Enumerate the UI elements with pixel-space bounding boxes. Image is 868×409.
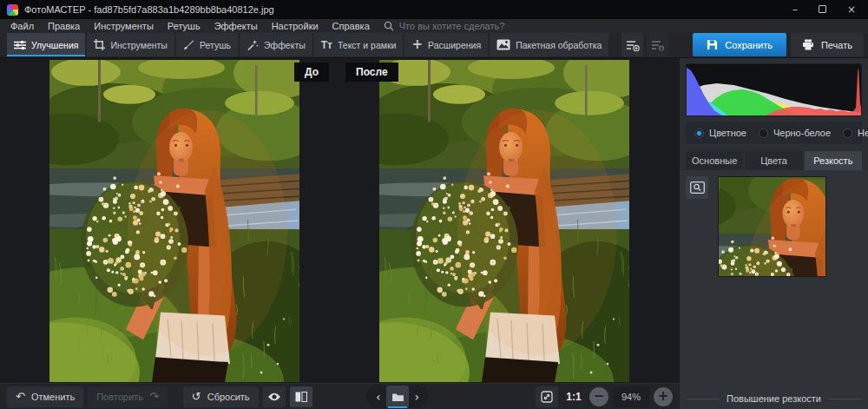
preset-download-icon — [651, 39, 665, 51]
tab-label: Эффекты — [264, 40, 306, 50]
restore-button[interactable] — [819, 4, 826, 15]
zoom-out-button[interactable]: − — [589, 387, 608, 406]
redo-icon: ↷ — [149, 390, 159, 403]
window-title: ФотоМАСТЕР - fad87b5fd7a883a1b4289bb8ba4… — [24, 4, 274, 15]
text-icon: Tт — [321, 39, 332, 51]
print-button[interactable]: Печать — [791, 33, 864, 56]
mode-негатив[interactable]: Негатив — [843, 128, 868, 138]
undo-icon: ↶ — [16, 390, 25, 403]
add-preset-button[interactable] — [621, 33, 643, 56]
save-icon — [707, 39, 718, 50]
photo-stack-icon — [496, 39, 510, 50]
mode-черно-белое[interactable]: Черно-белое — [759, 128, 831, 138]
save-label: Сохранить — [725, 40, 773, 50]
wand-icon — [247, 39, 259, 51]
redo-label: Повторить — [96, 392, 143, 402]
title-bar: ФотоМАСТЕР - fad87b5fd7a883a1b4289bb8ba4… — [0, 0, 868, 19]
save-button[interactable]: Сохранить — [693, 33, 786, 56]
panel-tab-резкость[interactable]: Резкость — [805, 151, 862, 170]
previous-photo-button[interactable]: ‹ — [370, 387, 386, 406]
tab-label: Ретушь — [200, 40, 231, 50]
mode-цветное[interactable]: Цветное — [694, 128, 746, 138]
search-placeholder: Что вы хотите сделать? — [399, 21, 505, 31]
open-folder-button[interactable] — [386, 386, 408, 408]
radio-icon — [694, 129, 704, 138]
menu-настройки[interactable]: Настройки — [265, 19, 326, 33]
preview-zoom-button[interactable] — [686, 176, 708, 199]
menu-ретушь[interactable]: Ретушь — [161, 19, 207, 33]
reset-icon: ↺ — [192, 390, 201, 403]
tab-label: Расширения — [428, 40, 481, 50]
zoom-actual-size-button[interactable]: 1:1 — [562, 386, 585, 407]
after-label: После — [345, 63, 398, 82]
right-panel: ЦветноеЧерно-белоеНегатив ОсновныеЦветаР… — [680, 58, 868, 409]
zoom-level-value: 94% — [613, 386, 649, 407]
before-label: До — [294, 63, 329, 82]
tab-расширения[interactable]: +Расширения — [404, 33, 488, 56]
zoom-in-button[interactable]: + — [654, 387, 673, 406]
tab-label: Инструменты — [110, 40, 167, 50]
plus-icon: + — [411, 38, 423, 51]
color-mode-selector: ЦветноеЧерно-белоеНегатив — [686, 122, 862, 144]
printer-icon — [802, 39, 814, 50]
preset-add-icon — [626, 39, 640, 51]
tab-улучшения[interactable]: Улучшения — [7, 33, 85, 56]
after-photo[interactable] — [379, 60, 629, 382]
tab-ретушь[interactable]: Ретушь — [176, 33, 238, 56]
folder-icon — [391, 393, 404, 402]
menu-bar: ФайлПравкаИнструментыРетушьЭффектыНастро… — [0, 19, 868, 33]
sharpness-panel: Повышение резкостиСила36Радиус17,2Порог9… — [680, 170, 868, 409]
undo-button[interactable]: ↶ Отменить — [7, 386, 83, 407]
print-label: Печать — [821, 40, 852, 50]
mode-label: Черно-белое — [773, 128, 831, 138]
reset-button[interactable]: ↺ Сбросить — [183, 386, 259, 407]
panel-tabs: ОсновныеЦветаРезкость — [686, 151, 862, 170]
histogram-chart — [687, 64, 861, 115]
file-navigator: ‹ › — [366, 386, 429, 408]
quick-search[interactable]: Что вы хотите сделать? — [384, 21, 505, 31]
undo-label: Отменить — [31, 392, 75, 402]
menu-инструменты[interactable]: Инструменты — [87, 19, 161, 33]
menu-справка[interactable]: Справка — [326, 19, 377, 33]
mode-label: Негатив — [858, 128, 868, 138]
redo-button[interactable]: Повторить ↷ — [88, 386, 168, 407]
panel-tab-цвета[interactable]: Цвета — [745, 151, 802, 170]
tab-инструменты[interactable]: Инструменты — [87, 33, 174, 56]
eye-icon — [267, 393, 281, 401]
batch-processing-button[interactable]: Пакетная обработка — [490, 33, 608, 56]
detail-preview-thumbnail[interactable] — [718, 176, 826, 277]
panel-tab-основные[interactable]: Основные — [686, 151, 743, 170]
radio-icon — [843, 129, 852, 138]
radio-icon — [759, 129, 768, 138]
tab-эффекты[interactable]: Эффекты — [240, 33, 312, 56]
brush-icon — [183, 39, 194, 50]
fit-to-screen-button[interactable] — [536, 386, 558, 407]
photomaster-window: ФотоМАСТЕР - fad87b5fd7a883a1b4289bb8ba4… — [0, 0, 868, 409]
before-photo[interactable] — [49, 60, 299, 382]
mode-label: Цветное — [709, 128, 746, 138]
close-button[interactable]: × — [847, 4, 856, 15]
menu-файл[interactable]: Файл — [3, 19, 41, 33]
menu-правка[interactable]: Правка — [41, 19, 87, 33]
menu-эффекты[interactable]: Эффекты — [207, 19, 265, 33]
next-photo-button[interactable]: › — [409, 387, 425, 406]
histogram — [686, 63, 862, 116]
tab-label: Текст и рамки — [338, 40, 397, 50]
section-title: Повышение резкости — [727, 393, 821, 404]
tab-текст и рамки[interactable]: TтТекст и рамки — [314, 33, 404, 56]
photo-canvas: До После — [0, 58, 680, 383]
split-view-icon — [295, 392, 307, 402]
show-original-button[interactable] — [263, 386, 286, 407]
import-preset-button[interactable] — [647, 33, 668, 56]
tab-label: Улучшения — [31, 40, 78, 50]
app-logo-icon — [7, 4, 18, 16]
minimize-button[interactable]: – — [792, 4, 798, 15]
sliders-icon — [14, 40, 26, 50]
magnifier-window-icon — [690, 181, 705, 194]
bottom-bar: ↶ Отменить Повторить ↷ ↺ Сбросить — [0, 383, 680, 409]
reset-label: Сбросить — [207, 392, 250, 402]
compare-view-button[interactable] — [290, 386, 312, 407]
expand-icon — [541, 391, 553, 403]
batch-processing-label: Пакетная обработка — [516, 40, 602, 50]
crop-icon — [94, 39, 105, 50]
